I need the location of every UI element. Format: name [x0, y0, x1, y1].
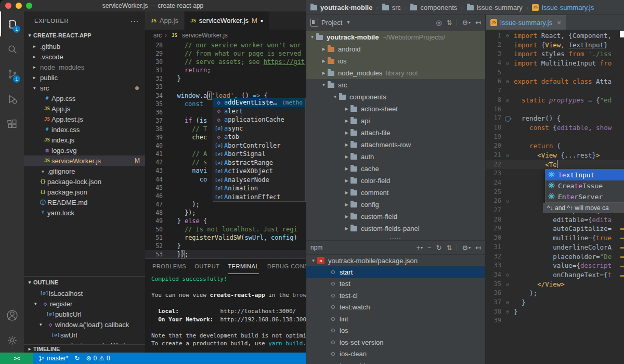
inspection-mark[interactable] — [620, 247, 624, 249]
suggestion-createissue[interactable]: CreateIssue — [545, 180, 624, 191]
tree-item-color-field[interactable]: ▶color-field — [306, 175, 485, 187]
override-method-icon[interactable] — [505, 116, 511, 122]
project-view-selector[interactable]: Project — [321, 19, 342, 27]
nav-item-src[interactable]: src — [382, 4, 401, 11]
explorer-item-gitignore[interactable]: ◆.gitignore — [24, 166, 145, 176]
explorer-item-yarn-lock[interactable]: Yyarn.lock — [24, 207, 145, 218]
explorer-item-app-css[interactable]: #App.css — [24, 93, 145, 103]
inspection-mark[interactable] — [620, 266, 624, 267]
suggestion-addeventliste[interactable]: ◇addEventListe…(metho — [213, 98, 305, 107]
nav-item-components[interactable]: components — [410, 4, 457, 11]
source-control-icon[interactable]: 1 — [0, 61, 24, 86]
code-line-32[interactable]: 32 } — [145, 74, 306, 83]
outline-item-register[interactable]: ▾◇register — [24, 298, 145, 309]
tab-issue-summary-js[interactable]: JS issue-summary.js × — [486, 15, 566, 30]
ws-code-line-32[interactable]: 32 placeholder="De — [486, 252, 624, 262]
npm-script-ios[interactable]: ios — [306, 325, 485, 337]
code-line-31[interactable]: 31 return; — [145, 66, 306, 74]
explorer-item-public[interactable]: ▸public — [24, 72, 145, 83]
ws-code-line-6[interactable]: 6⊖export default class Atta — [486, 77, 624, 86]
ws-code-line-17[interactable]: 17 render() { — [486, 114, 624, 123]
suggestion-enterserver[interactable]: EnterServer — [545, 191, 624, 202]
explorer-item-vscode[interactable]: ▸.vscode — [24, 51, 145, 62]
panel-tab-terminal[interactable]: TERMINAL — [228, 259, 259, 274]
locate-icon[interactable]: ◎ — [436, 19, 441, 27]
code-line-48[interactable]: 48 }); — [145, 209, 306, 217]
code-editor[interactable]: 28 // our service worker won't wor29 // … — [145, 41, 306, 258]
suggestion-abortcontroller[interactable]: [∅]AbortController — [213, 141, 305, 150]
vscode-titlebar[interactable]: serviceWorker.js — create-react-app — [0, 0, 306, 11]
suggestion-alert[interactable]: ◇alert — [213, 107, 305, 116]
scrollbar-thumb[interactable] — [620, 31, 624, 37]
ws-code-line-30[interactable]: 30 multiline={true — [486, 233, 624, 243]
refresh-icon[interactable]: ↻ — [436, 244, 442, 252]
code-line-29[interactable]: 29 // from what our page is served — [145, 49, 306, 58]
maximize-window-button[interactable] — [26, 3, 32, 9]
sync-button[interactable]: ↻ — [74, 355, 80, 362]
tree-item-api[interactable]: ▶api — [306, 115, 485, 127]
close-window-button[interactable] — [5, 3, 11, 9]
tree-item-comment[interactable]: ▶comment — [306, 187, 485, 199]
panel-splitter[interactable] — [306, 236, 485, 240]
inspection-mark[interactable] — [620, 228, 624, 230]
explorer-more-actions-icon[interactable]: ··· — [131, 17, 139, 25]
ws-code-line-22[interactable]: 22 <Te — [486, 160, 624, 170]
terminal-output[interactable]: Compiled successfully! You can now view … — [145, 274, 306, 353]
hide-icon[interactable]: ↤ — [475, 244, 481, 252]
npm-script-test[interactable]: test — [306, 278, 485, 290]
outline-item-navigator-serviceworker-read[interactable]: ◇navigator.serviceWorker.read — [24, 340, 145, 344]
code-line-28[interactable]: 28 // our service worker won't wor — [145, 41, 306, 49]
tree-item-config[interactable]: ▶config — [306, 199, 485, 211]
tree-item-auth[interactable]: ▶auth — [306, 151, 485, 163]
outline-section-header[interactable]: ▾ OUTLINE — [24, 276, 145, 288]
chevron-down-icon[interactable]: ▼ — [346, 20, 350, 25]
ws-code-line-38[interactable]: 38⊖} — [486, 307, 624, 317]
explorer-item-github[interactable]: ▸.github — [24, 41, 145, 51]
suggestion-analysernode[interactable]: [∅]AnalyserNode — [213, 176, 305, 185]
ws-code-line-35[interactable]: 35⊖ </View> — [486, 280, 624, 289]
account-icon[interactable] — [0, 303, 24, 328]
project-root-folder[interactable]: ▾ CREATE-REACT-APP — [24, 30, 145, 41]
suggestion-animation[interactable]: [∅]Animation — [213, 184, 305, 193]
suggestion-animationeffect[interactable]: [∅]AnimationEffect — [213, 193, 305, 202]
explorer-item-node-modules[interactable]: ▸node_modules — [24, 62, 145, 72]
ws-code-line-16[interactable]: 16 — [486, 105, 624, 114]
nav-item-issue-summary[interactable]: issue-summary — [467, 4, 523, 11]
ws-code-line-28[interactable]: 28 editable={edita — [486, 215, 624, 225]
tab-serviceworker-js[interactable]: JSserviceWorker.jsM● — [185, 11, 269, 30]
tree-item-custom-fields-panel[interactable]: ▶custom-fields-panel — [306, 223, 485, 235]
code-line-30[interactable]: 30 // serve assets; see https://git — [145, 58, 306, 66]
remote-indicator[interactable]: >< — [0, 353, 33, 364]
code-line-33[interactable]: 33 — [145, 83, 306, 91]
add-icon[interactable]: +▾ — [416, 244, 423, 252]
outline-item-islocalhost[interactable]: [∅]isLocalhost — [24, 288, 145, 298]
ws-code-line-31[interactable]: 31 underlineColorA — [486, 243, 624, 252]
ws-code-line-3[interactable]: 3import styles from './iss — [486, 49, 624, 59]
explorer-icon[interactable]: 1 — [0, 11, 24, 36]
ws-code-line-1[interactable]: 1⊖import React, {Component, — [486, 31, 624, 41]
explorer-item-index-css[interactable]: #index.css — [24, 124, 145, 135]
tree-item-youtrack-mobile[interactable]: ▼youtrack-mobile~/WebstormProjects/ — [306, 31, 485, 43]
code-line-50[interactable]: 50 // Is not localhost. Just regi — [145, 225, 306, 233]
run-debug-icon[interactable] — [0, 86, 24, 111]
suggestion-abstractrange[interactable]: [∅]AbstractRange — [213, 159, 305, 167]
npm-script-start[interactable]: start — [306, 266, 485, 278]
extensions-icon[interactable] — [0, 111, 24, 136]
ws-code-line-8[interactable]: 8⊕ static propTypes = {"ed — [486, 96, 624, 105]
remove-icon[interactable]: − — [427, 244, 432, 252]
npm-script-ios-archive[interactable]: ios-archive — [306, 360, 485, 364]
tree-item-src[interactable]: ▼src — [306, 79, 485, 91]
inspection-mark[interactable] — [620, 256, 624, 258]
webstorm-code-editor[interactable]: 1⊖import React, {Component,2import {View… — [486, 30, 624, 364]
ws-code-line-34[interactable]: 34⊖ onChangeText={t — [486, 270, 624, 280]
tree-item-attachments-row[interactable]: ▶attachments-row — [306, 139, 485, 151]
explorer-item-app-test-js[interactable]: JSApp.test.js — [24, 114, 145, 124]
ws-code-line-36[interactable]: 36 ); — [486, 289, 624, 298]
explorer-item-logo-svg[interactable]: ▧logo.svg — [24, 145, 145, 155]
close-tab-icon[interactable]: × — [557, 19, 561, 27]
minimize-window-button[interactable] — [16, 3, 22, 9]
hide-icon[interactable]: ↤ — [475, 19, 481, 27]
code-line-51[interactable]: 51 registerValidSW(swUrl, config) — [145, 233, 306, 242]
git-branch-item[interactable]: master* — [38, 355, 68, 362]
breadcrumb[interactable]: src›JSserviceWorker.js — [145, 30, 306, 41]
